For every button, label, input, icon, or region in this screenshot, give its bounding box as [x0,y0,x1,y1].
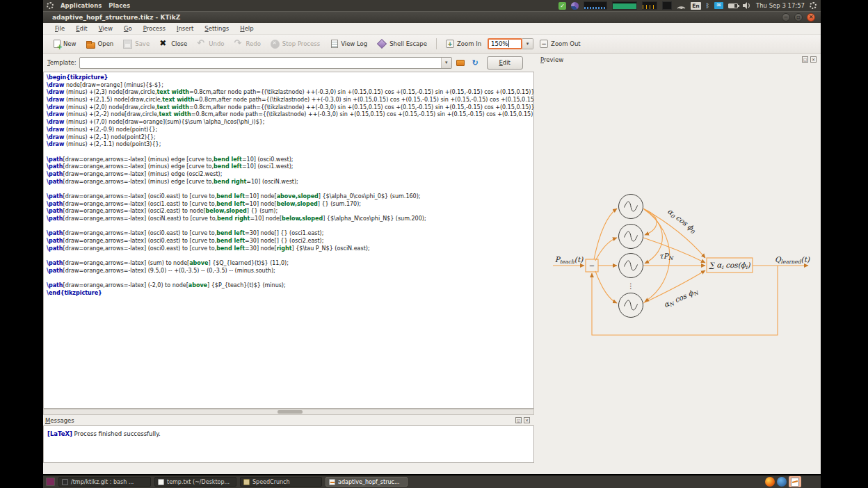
code-line[interactable]: \draw (minus) +(2,3) node[draw,circle,te… [47,89,533,97]
code-line[interactable] [47,223,533,231]
code-line[interactable]: \draw node[draw=orange] (minus){$-$}; [47,82,533,90]
code-line[interactable]: \draw (minus) +(2,-0.9) node(point){}; [47,127,533,134]
network-globe-icon[interactable] [571,2,579,10]
disk-monitor-applet[interactable] [662,1,672,10]
code-line[interactable] [47,149,533,156]
toolbar-button-label: Open [98,40,114,47]
ktikz-launcher-highlight[interactable] [789,476,801,487]
taskbar-item-terminal[interactable]: /tmp/ktikz.git : bash ... [58,477,151,487]
cpu-monitor-applet[interactable] [584,1,607,10]
template-value[interactable] [80,58,441,68]
menu-process[interactable]: Process [138,24,170,33]
template-edit-button[interactable]: Edit [487,56,523,70]
minimize-button[interactable]: ─ [782,13,790,22]
view-log-button[interactable]: View Log [326,38,371,50]
float-dock-icon[interactable]: ◱ [515,417,522,423]
editor-horizontal-scrollbar[interactable] [43,409,534,415]
code-line[interactable]: \path[draw=orange,arrows=-latex] (osci0.… [47,230,533,238]
wifi-icon[interactable] [677,2,686,9]
clock[interactable]: Thu Sep 3 17:57 [756,2,805,9]
code-line[interactable] [47,186,533,193]
zoom-out-button[interactable]: Zoom Out [536,38,584,50]
code-line[interactable]: \path[draw=orange,arrows=-latex] (minus)… [47,171,533,179]
battery-icon[interactable] [728,3,738,8]
zoom-level-combo[interactable]: 150% ▾ [488,38,533,49]
close-dock-icon[interactable]: ✕ [524,417,530,423]
code-line[interactable]: \draw (minus) +(7,0) node[draw=orange](s… [47,119,533,127]
template-combo[interactable]: ▾ [79,57,452,69]
close-button[interactable]: Close [156,38,191,51]
bluetooth-icon[interactable]: ᛒ [706,2,709,9]
sine-wave-icon [625,231,638,241]
code-line[interactable] [47,253,533,261]
code-line[interactable]: \draw (minus) +(2,-1.1) node(point3){}; [47,141,533,149]
close-dock-icon[interactable]: ✕ [810,56,817,63]
close-window-button[interactable]: ✕ [807,13,815,22]
mail-icon[interactable]: ✉ [714,2,723,9]
viewlog-icon [331,40,338,48]
memory-monitor-applet[interactable] [612,1,637,10]
updates-ok-icon[interactable]: ✓ [558,2,566,10]
menu-help[interactable]: Help [235,24,258,33]
template-reload-button[interactable]: ↻ [469,57,481,69]
menu-settings[interactable]: Settings [200,24,234,33]
zoom-level-value[interactable]: 150% [491,40,508,47]
code-line[interactable]: \path[draw=orange,arrows=-latex] (osciN.… [47,215,533,223]
zoom-in-button[interactable]: Zoom In [442,38,485,50]
menu-file[interactable]: File [50,24,70,33]
code-line[interactable]: \path[draw=orange,arrows=-latex] (minus)… [47,156,533,164]
menu-insert[interactable]: Insert [172,24,198,33]
code-line[interactable]: \end{tikzpicture} [47,290,533,298]
places-menu[interactable]: Places [108,2,130,9]
code-line[interactable]: \path[draw=orange,arrows=-latex] (osci1.… [47,201,533,209]
show-desktop-icon[interactable] [46,478,55,486]
template-combo-arrow[interactable]: ▾ [441,58,451,68]
code-line[interactable] [47,275,533,283]
code-line[interactable]: \draw (minus) +(2,0) node[draw,circle,te… [47,104,533,112]
maximize-button[interactable]: ▫ [794,13,803,22]
float-dock-icon[interactable]: ◱ [802,56,808,63]
applications-menu[interactable]: Applications [61,2,102,9]
shell-escape-button[interactable]: Shell Escape [373,37,431,51]
scrollbar-thumb[interactable] [278,410,303,414]
session-gear-icon[interactable] [810,2,817,9]
browser-icon[interactable] [777,477,787,487]
template-open-button[interactable] [455,57,467,69]
code-line[interactable]: \path[draw=orange,arrows=-latex] (9.5,0)… [47,268,533,275]
zoom-combo-arrow[interactable]: ▾ [522,38,533,49]
titlebar[interactable]: adaptive_hopf_structure.tikz - KTikZ ─ ▫… [43,11,821,23]
zoom-out-icon [540,40,548,48]
open-button[interactable]: Open [83,38,118,51]
network-monitor-applet[interactable] [642,1,657,10]
code-editor[interactable]: \begin{tikzpicture}\draw node[draw=orang… [43,72,534,409]
code-line[interactable]: \draw (minus) +(2,-2) node[draw,circle,t… [47,111,533,119]
code-line[interactable]: \path[draw=orange,arrows=-latex] (minus)… [47,163,533,171]
firefox-icon[interactable] [765,477,775,487]
distro-logo-icon[interactable] [47,2,54,9]
speedcrunch-icon [243,479,250,485]
code-line[interactable]: \path[draw=orange,arrows=-latex] (osci2.… [47,208,533,215]
menu-view[interactable]: View [94,24,118,33]
code-line[interactable]: \path[draw=orange,arrows=-latex] (osci0.… [47,245,533,253]
toolbar-button-label: Shell Escape [389,40,427,47]
menubar: FileEditViewGoProcessInsertSettingsHelp [43,23,821,35]
taskbar-item-textfile[interactable]: temp.txt (~/Desktop... [154,477,236,487]
menu-edit[interactable]: Edit [71,24,92,33]
code-line[interactable]: \path[draw=orange,arrows=-latex] (minus)… [47,179,533,186]
code-line[interactable]: \path[draw=orange,arrows=-latex] (-2,0) … [47,282,533,290]
taskbar-item-speedcrunch[interactable]: SpeedCrunch [240,477,322,487]
taskbar-item-ktikz[interactable]: adaptive_hopf_struc... [326,477,408,487]
edge-minus-osciN [595,271,617,303]
code-line[interactable]: \draw (minus) +(2,-1) node(point2){}; [47,134,533,142]
code-line[interactable]: \draw (minus) +(2,1.5) node[draw,circle,… [47,97,533,104]
preview-header: Preview ◱ ✕ [536,54,821,65]
volume-icon[interactable] [743,2,751,9]
code-line[interactable]: \path[draw=orange,arrows=-latex] (osci0.… [47,193,533,201]
menu-go[interactable]: Go [119,24,137,33]
textfile-icon [158,479,164,485]
code-line[interactable]: \begin{tikzpicture} [47,74,533,82]
code-line[interactable]: \path[draw=orange,arrows=-latex] (osci0.… [47,238,533,245]
keyboard-layout-indicator[interactable]: En [691,2,700,10]
code-line[interactable]: \path[draw=orange,arrows=-latex] (sum) t… [47,260,533,268]
new-button[interactable]: New [49,38,80,50]
